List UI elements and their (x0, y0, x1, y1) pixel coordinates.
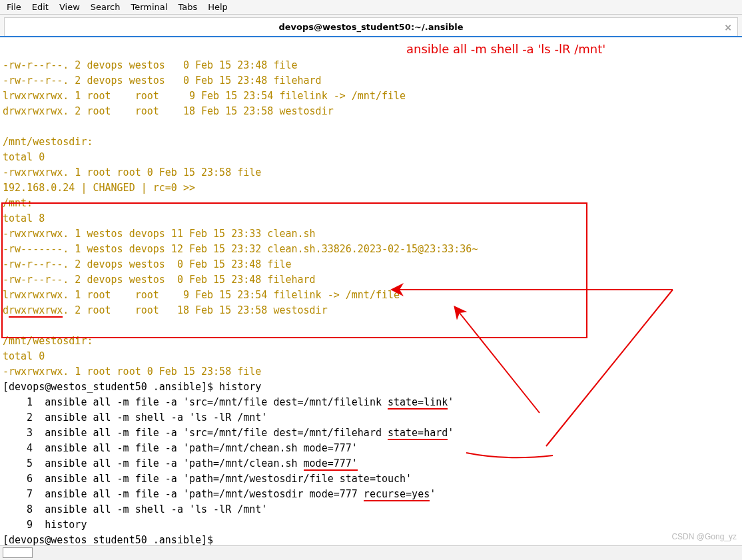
menu-search[interactable]: Search (91, 2, 121, 12)
term-line: -rw-r--r--. 2 devops westos 0 Feb 15 23:… (3, 75, 322, 87)
terminal-output[interactable]: -rw-r--r--. 2 devops westos 0 Feb 15 23:… (0, 37, 742, 551)
term-line: lrwxrwxrwx. 1 root root 9 Feb 15 23:54 f… (3, 90, 406, 102)
term-line: total 0 (3, 350, 45, 362)
history-line: 7 ansible all -m file -a 'path=/mnt/west… (3, 488, 436, 501)
history-line: 3 ansible all -m file -a 'src=/mnt/file … (3, 427, 454, 440)
tabbar: devops@westos_student50:~/.ansible × (0, 15, 742, 37)
term-line: total 8 (3, 212, 45, 224)
term-line: -rw-r--r--. 2 devops westos 0 Feb 15 23:… (3, 258, 291, 270)
term-line: -rwxrwxrwx. 1 westos devops 11 Feb 15 23… (3, 228, 316, 240)
term-line: drwxrwxrwx. 2 root root 18 Feb 15 23:58 … (3, 304, 328, 318)
term-line: -rw-r--r--. 2 devops westos 0 Feb 15 23:… (3, 59, 298, 71)
history-line: 5 ansible all -m file -a 'path=/mnt/clea… (3, 457, 358, 471)
term-line: -rwxrwxrwx. 1 root root 0 Feb 15 23:58 f… (3, 366, 261, 378)
tab-close-button[interactable]: × (724, 22, 732, 33)
menubar: File Edit View Search Terminal Tabs Help (0, 0, 742, 15)
menu-file[interactable]: File (7, 2, 21, 12)
term-line: 192.168.0.24 | CHANGED | rc=0 >> (3, 182, 195, 194)
menu-view[interactable]: View (59, 2, 80, 12)
prompt: [devops@westos_student50 .ansible]$ hist… (3, 381, 261, 393)
history-line: 9 history (3, 519, 87, 531)
history-line: 4 ansible all -m file -a 'path=/mnt/chea… (3, 442, 358, 454)
history-line: 1 ansible all -m file -a 'src=/mnt/file … (3, 396, 454, 410)
term-line: -rw-------. 1 westos devops 12 Feb 15 23… (3, 243, 478, 255)
term-line: lrwxrwxrwx. 1 root root 9 Feb 15 23:54 f… (3, 289, 400, 301)
thumb-icon (3, 547, 33, 558)
annotation-command: ansible all -m shell -a 'ls -lR /mnt' (406, 41, 605, 57)
menu-edit[interactable]: Edit (32, 2, 49, 12)
term-line: total 0 (3, 151, 45, 163)
prompt: [devops@westos_student50 .ansible]$ (3, 534, 219, 546)
term-line: /mnt: (3, 197, 33, 209)
history-line: 6 ansible all -m file -a 'path=/mnt/west… (3, 473, 412, 485)
term-line: /mnt/westosdir: (3, 335, 93, 347)
status-bar (0, 545, 742, 560)
term-line: -rw-r--r--. 2 devops westos 0 Feb 15 23:… (3, 274, 316, 286)
tab-title: devops@westos_student50:~/.ansible (279, 22, 464, 32)
menu-tabs[interactable]: Tabs (178, 2, 197, 12)
tab-current[interactable]: devops@westos_student50:~/.ansible × (4, 17, 738, 36)
history-line: 2 ansible all -m shell -a 'ls -lR /mnt' (3, 412, 267, 423)
term-line: /mnt/westosdir: (3, 136, 93, 148)
menu-terminal[interactable]: Terminal (131, 2, 167, 12)
menu-help[interactable]: Help (208, 2, 228, 12)
history-line: 8 ansible all -m shell -a 'ls -lR /mnt' (3, 503, 267, 515)
term-line: -rwxrwxrwx. 1 root root 0 Feb 15 23:58 f… (3, 166, 261, 178)
term-line: drwxrwxrwx. 2 root root 18 Feb 15 23:58 … (3, 105, 334, 117)
watermark: CSDN @Gong_yz (671, 532, 737, 541)
